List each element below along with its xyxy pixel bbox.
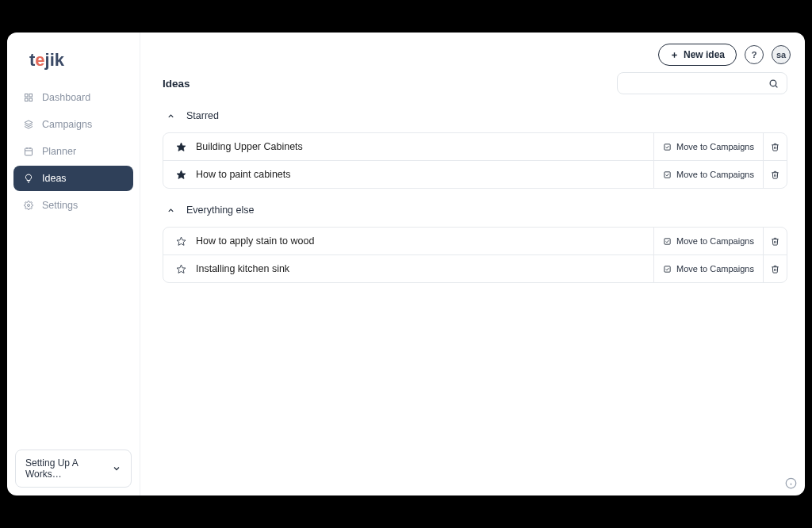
group-title: Everything else [186, 205, 254, 216]
svg-line-12 [776, 86, 777, 87]
workspace-selector[interactable]: Setting Up A Works… [15, 450, 132, 488]
star-outline-icon[interactable] [176, 264, 186, 274]
search-input[interactable] [626, 78, 768, 89]
svg-marker-15 [177, 170, 186, 178]
topbar: New idea ? sa [140, 33, 805, 66]
avatar-initials: sa [776, 50, 786, 59]
idea-cell-main[interactable]: Installing kitchen sink [163, 255, 653, 282]
group-title: Starred [186, 110, 219, 121]
svg-rect-1 [29, 94, 33, 98]
svg-point-11 [770, 80, 776, 86]
idea-table-everything-else: How to apply stain to wood Move to Campa… [163, 227, 787, 283]
dashboard-icon [23, 92, 34, 103]
chevron-down-icon [112, 464, 121, 473]
delete-button[interactable] [763, 255, 787, 282]
svg-rect-18 [665, 238, 670, 243]
chevron-up-icon[interactable] [166, 205, 175, 215]
svg-rect-3 [25, 98, 29, 101]
content: Ideas Starred [140, 66, 805, 294]
svg-point-8 [28, 205, 30, 207]
sidebar-item-label: Ideas [42, 173, 67, 184]
sidebar-nav: Dashboard Campaigns Planner Ideas [7, 85, 140, 218]
sidebar: tejik Dashboard Campaigns Planner [7, 33, 140, 495]
move-label: Move to Campaigns [676, 170, 754, 179]
sidebar-item-label: Dashboard [42, 92, 90, 103]
sidebar-item-settings[interactable]: Settings [13, 193, 133, 218]
move-to-campaigns-button[interactable]: Move to Campaigns [653, 161, 763, 188]
new-idea-button[interactable]: New idea [658, 44, 737, 66]
page-title: Ideas [163, 78, 190, 90]
sidebar-item-campaigns[interactable]: Campaigns [13, 112, 133, 137]
sidebar-item-label: Campaigns [42, 119, 92, 130]
move-icon [663, 237, 672, 246]
svg-rect-0 [25, 94, 29, 98]
info-button[interactable] [785, 477, 797, 489]
idea-table-starred: Building Upper Cabinets Move to Campaign… [163, 132, 787, 189]
svg-rect-16 [665, 171, 670, 177]
app-frame: tejik Dashboard Campaigns Planner [7, 33, 805, 495]
idea-row: How to paint cabinets Move to Campaigns [163, 160, 787, 188]
workspace-label: Setting Up A Works… [25, 457, 112, 480]
search-box[interactable] [617, 72, 787, 94]
content-header: Ideas [163, 72, 787, 94]
delete-button[interactable] [763, 161, 787, 188]
move-icon [663, 265, 672, 274]
star-icon[interactable] [176, 142, 186, 152]
search-icon [768, 78, 779, 89]
sidebar-item-label: Planner [42, 146, 76, 157]
trash-icon [771, 265, 779, 274]
group-header-everything-else: Everything else [163, 200, 787, 220]
help-icon: ? [752, 50, 757, 59]
svg-rect-14 [665, 143, 670, 149]
move-icon [663, 143, 672, 151]
delete-button[interactable] [763, 228, 787, 254]
svg-marker-19 [177, 265, 186, 273]
sidebar-item-planner[interactable]: Planner [13, 139, 133, 164]
avatar[interactable]: sa [772, 45, 791, 64]
idea-row: Installing kitchen sink Move to Campaign… [163, 254, 787, 282]
plus-icon [670, 51, 679, 59]
trash-icon [771, 170, 779, 179]
campaigns-icon [23, 119, 34, 130]
move-icon [663, 170, 672, 179]
svg-rect-4 [25, 148, 33, 155]
idea-cell-main[interactable]: How to paint cabinets [163, 161, 653, 188]
idea-title: How to apply stain to wood [196, 235, 314, 247]
move-to-campaigns-button[interactable]: Move to Campaigns [653, 133, 763, 160]
svg-rect-20 [665, 266, 670, 271]
move-label: Move to Campaigns [676, 264, 754, 274]
svg-rect-2 [29, 98, 33, 101]
idea-cell-main[interactable]: Building Upper Cabinets [163, 133, 653, 160]
sidebar-item-label: Settings [42, 200, 78, 211]
logo: tejik [7, 42, 140, 85]
sidebar-item-dashboard[interactable]: Dashboard [13, 85, 133, 110]
idea-title: Building Upper Cabinets [196, 141, 303, 152]
idea-row: How to apply stain to wood Move to Campa… [163, 228, 787, 254]
move-to-campaigns-button[interactable]: Move to Campaigns [653, 228, 763, 254]
chevron-up-icon[interactable] [166, 111, 175, 121]
svg-marker-13 [177, 143, 186, 151]
new-idea-label: New idea [684, 49, 725, 60]
delete-button[interactable] [763, 133, 787, 160]
help-button[interactable]: ? [745, 45, 764, 64]
sidebar-item-ideas[interactable]: Ideas [13, 166, 133, 191]
idea-row: Building Upper Cabinets Move to Campaign… [163, 133, 787, 160]
idea-title: How to paint cabinets [196, 169, 291, 180]
move-label: Move to Campaigns [676, 236, 754, 246]
star-outline-icon[interactable] [176, 236, 186, 247]
idea-title: Installing kitchen sink [196, 263, 289, 274]
svg-marker-17 [177, 237, 186, 245]
calendar-icon [23, 146, 34, 157]
idea-cell-main[interactable]: How to apply stain to wood [163, 228, 653, 254]
trash-icon [771, 143, 779, 151]
move-label: Move to Campaigns [676, 142, 754, 151]
trash-icon [771, 237, 779, 246]
lightbulb-icon [23, 173, 34, 184]
sidebar-footer: Setting Up A Works… [7, 442, 140, 495]
group-header-starred: Starred [163, 105, 787, 126]
gear-icon [23, 200, 34, 211]
star-icon[interactable] [176, 170, 186, 180]
move-to-campaigns-button[interactable]: Move to Campaigns [653, 255, 763, 282]
main: New idea ? sa Ideas [140, 33, 805, 495]
